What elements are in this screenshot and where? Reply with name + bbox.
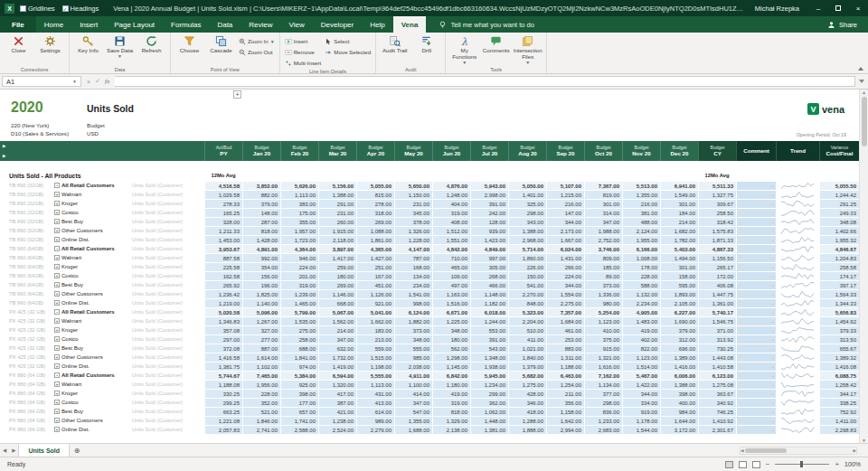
cell-measure[interactable]: Units Sold (Customer) [128,344,204,353]
expand-toggle-icon[interactable]: + [54,273,60,278]
cell-value[interactable]: 372.08 [204,344,242,353]
cell-comment[interactable]: - [736,344,776,353]
cell-value[interactable]: 1,955.00 [622,235,660,244]
cell-value[interactable]: 510.00 [508,325,546,334]
cell-customer[interactable]: +Best Buy [51,217,128,226]
cell-value[interactable]: 213.00 [356,334,394,344]
cell-value[interactable]: 1,516.00 [432,298,470,307]
cell-measure[interactable]: Units Sold (Customer) [128,199,204,208]
cell-value[interactable]: 1,732.00 [318,353,356,362]
cell-comment[interactable]: - [736,280,776,289]
cell-value[interactable]: 260.00 [318,217,356,226]
cell-value[interactable]: 915.00 [584,344,622,353]
cell-value[interactable]: 347.00 [318,334,356,344]
zoom-out-button[interactable]: Zoom Out [237,47,277,57]
cell-value[interactable]: 3,953.67 [204,244,242,253]
cell-value[interactable]: 5,467.00 [622,371,660,380]
cell-customer[interactable]: +Costco [51,398,128,407]
cell-trend[interactable] [776,190,819,199]
cell-variance[interactable]: 4,846.67 [819,244,859,253]
cell-comment[interactable]: - [736,226,776,235]
cell-value[interactable]: 268.00 [470,271,508,280]
cell-value[interactable]: 1,888.00 [508,425,546,434]
cell-value[interactable]: 362.00 [470,398,508,407]
save-data-button[interactable]: Save Data▼ [104,33,136,59]
cell-trend[interactable] [776,316,819,325]
cell-value[interactable]: 410.00 [584,325,622,334]
cell-comment[interactable]: - [736,235,776,244]
cell-value[interactable]: 2,752.00 [584,235,622,244]
cell-value[interactable]: 657.00 [280,407,318,416]
cell-value[interactable]: 348.00 [432,325,470,334]
cell-trend[interactable] [776,244,819,253]
cell-variance[interactable]: 5,055.50 [819,181,859,190]
cell-variance[interactable]: 379.33 [819,325,859,334]
cell-value[interactable]: 406.08 [698,280,736,289]
cell-value[interactable]: 5,323.00 [508,307,546,316]
cell-value[interactable]: 818.00 [242,226,280,235]
cell-value[interactable]: 7,367.00 [584,181,622,190]
cell-value[interactable]: 1,248.00 [432,190,470,199]
ribbon-tab-page-layout[interactable]: Page Layout [106,16,163,33]
cell-value[interactable]: 297.00 [204,334,242,344]
cell-value[interactable]: 411.00 [508,334,546,344]
cell-variance[interactable]: 1,204.83 [819,253,859,262]
cell-value[interactable]: 997.00 [470,253,508,262]
cell-value[interactable]: 231.00 [394,199,432,208]
cell-value[interactable]: 562.00 [432,344,470,353]
cell-measure[interactable]: Units Sold (Customer) [128,208,204,217]
cell-value[interactable]: 1,410.92 [698,416,736,425]
cell-value[interactable]: 668.00 [318,298,356,307]
cell-value[interactable]: 3,852.00 [242,181,280,190]
cell-value[interactable]: 2,138.00 [432,425,470,434]
cell-value[interactable]: 614.00 [356,407,394,416]
cell-measure[interactable]: Units Sold (Customer) [128,362,204,371]
dropdown-arrow-icon[interactable]: ▼ [462,61,467,66]
cell-value[interactable]: 275.00 [280,325,318,334]
dropdown-arrow-icon[interactable]: ▼ [525,61,530,66]
cell-value[interactable]: 1,132.00 [622,289,660,298]
cell-value[interactable]: 1,254.00 [546,380,584,389]
cell-measure[interactable]: Units Sold (Customer) [128,271,204,280]
cell-value[interactable]: 158.00 [660,271,698,280]
cell-value[interactable]: 1,423.00 [470,235,508,244]
cell-value[interactable]: 559.00 [356,344,394,353]
cell-value[interactable]: 291.00 [318,199,356,208]
cell-value[interactable]: 5,096.00 [242,307,280,316]
gridlines-checkbox[interactable]: Gridlines [20,5,55,13]
cell-comment[interactable]: - [736,316,776,325]
cell-value[interactable]: 1,178.00 [622,416,660,425]
cell-comment[interactable]: - [736,199,776,208]
cell-comment[interactable]: - [736,425,776,434]
cell-value[interactable]: 4,911.00 [394,371,432,380]
cell-value[interactable]: 419.00 [432,389,470,398]
cell-value[interactable]: 352.00 [242,398,280,407]
cell-value[interactable]: 1,134.00 [584,380,622,389]
cell-value[interactable]: 1,431.00 [546,253,584,262]
cell-customer[interactable]: +Other Customers [51,226,128,235]
cell-value[interactable]: 196.00 [242,280,280,289]
cell-value[interactable]: 5,650.00 [394,181,432,190]
cell-value[interactable]: 417.00 [318,389,356,398]
cell-value[interactable]: 521.00 [242,407,280,416]
cell-value[interactable]: 4,849.00 [470,244,508,253]
expand-toggle-icon[interactable]: + [54,418,60,423]
cell-measure[interactable]: Units Sold (Customer) [128,316,204,325]
cell-value[interactable]: 3,746.00 [584,244,622,253]
zoom-slider-thumb[interactable] [800,461,803,467]
cell-value[interactable]: 398.00 [280,389,318,398]
cell-trend[interactable] [776,289,819,298]
cell-value[interactable]: 1,723.00 [280,235,318,244]
cell-value[interactable]: 1,126.00 [356,289,394,298]
cell-variance[interactable]: 655.67 [819,344,859,353]
cell-comment[interactable]: - [736,262,776,271]
pov-scenario[interactable]: Budget [87,122,105,128]
cell-value[interactable]: 418.00 [508,407,546,416]
column-header-cy[interactable]: BudgetCY [698,141,736,161]
cell-value[interactable]: 1,541.00 [394,289,432,298]
ribbon-tab-vena[interactable]: Vena [393,16,427,33]
cell-value[interactable]: 428.00 [508,389,546,398]
cell-measure[interactable]: Units Sold (Customer) [128,416,204,425]
cell-value[interactable]: 1,233.00 [584,416,622,425]
expand-toggle-icon[interactable]: + [54,318,60,324]
